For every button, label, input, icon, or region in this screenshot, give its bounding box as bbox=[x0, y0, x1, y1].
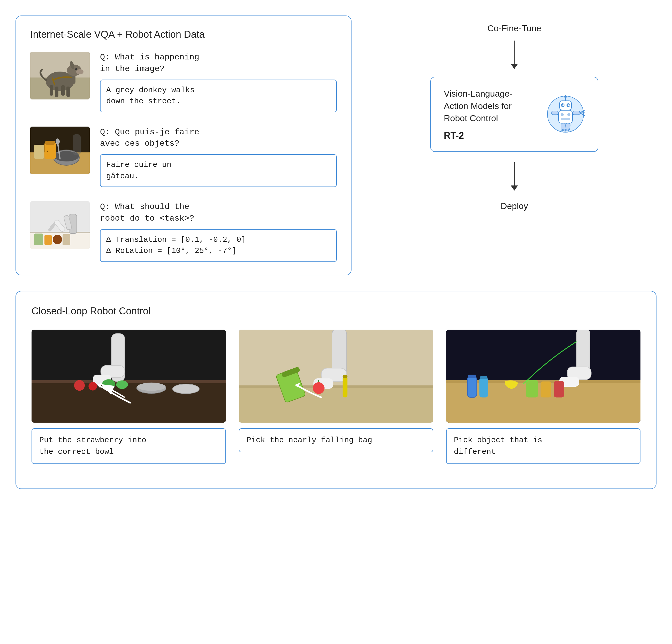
robot-img-2 bbox=[239, 330, 433, 423]
right-section: Co-Fine-Tune Vision-Language- Action Mod… bbox=[351, 15, 657, 215]
vqa-content-2: Q: Que puis-je faire avec ces objets? Fa… bbox=[100, 126, 337, 187]
robot-container-1: Put the strawberry into the correct bowl bbox=[32, 330, 226, 464]
svg-point-62 bbox=[88, 382, 97, 390]
vqa-question-1: Q: What is happening in the image? bbox=[100, 52, 337, 75]
main-layout: Internet-Scale VQA + Robot Action Data bbox=[15, 15, 657, 489]
vqa-question-2: Q: Que puis-je faire avec ces objets? bbox=[100, 126, 337, 150]
vqa-box-title: Internet-Scale VQA + Robot Action Data bbox=[30, 29, 337, 40]
svg-point-21 bbox=[56, 138, 60, 145]
svg-point-78 bbox=[313, 382, 324, 394]
svg-rect-71 bbox=[239, 387, 433, 423]
svg-rect-95 bbox=[554, 381, 564, 397]
svg-rect-17 bbox=[45, 141, 55, 145]
vqa-answer-3: Δ Translation = [0.1, -0.2, 0] Δ Rotatio… bbox=[100, 229, 337, 262]
svg-point-44 bbox=[561, 113, 564, 116]
arrow-head-2 bbox=[511, 185, 518, 191]
robot-img-1 bbox=[32, 330, 226, 423]
arrow-line-2 bbox=[514, 162, 515, 185]
svg-rect-32 bbox=[45, 235, 52, 245]
arrow-line-1 bbox=[514, 40, 515, 64]
deploy-group: Deploy bbox=[501, 162, 528, 215]
arrow-down-1 bbox=[511, 40, 518, 69]
svg-rect-48 bbox=[573, 111, 580, 115]
svg-rect-34 bbox=[62, 234, 70, 245]
svg-rect-57 bbox=[32, 380, 226, 383]
robot-images-row: Put the strawberry into the correct bowl bbox=[32, 330, 640, 464]
vqa-row-2: ★ Q: Que puis-je faire avec ces objets? … bbox=[30, 126, 337, 187]
svg-text:★: ★ bbox=[46, 150, 49, 153]
arrow-head-1 bbox=[511, 64, 518, 69]
svg-rect-6 bbox=[67, 86, 70, 97]
vla-box: Vision-Language- Action Models for Robot… bbox=[430, 77, 598, 152]
vla-text: Vision-Language- Action Models for Robot… bbox=[444, 88, 536, 141]
svg-point-38 bbox=[562, 104, 564, 106]
vqa-answer-2: Faire cuire un gâteau. bbox=[100, 154, 337, 187]
robot-container-3: Pick object that is different bbox=[446, 330, 640, 464]
vqa-question-3: Q: What should the robot do to <task>? bbox=[100, 201, 337, 224]
robot-caption-3: Pick object that is different bbox=[446, 428, 640, 464]
svg-point-10 bbox=[75, 68, 77, 70]
co-fine-tune-label: Co-Fine-Tune bbox=[488, 23, 541, 33]
vqa-image-donkey bbox=[30, 52, 90, 99]
svg-rect-19 bbox=[34, 145, 44, 159]
svg-point-40 bbox=[568, 104, 569, 106]
svg-rect-47 bbox=[551, 111, 559, 115]
svg-rect-80 bbox=[343, 376, 348, 397]
svg-rect-22 bbox=[73, 134, 81, 155]
svg-point-45 bbox=[567, 113, 571, 116]
vqa-row-1: Q: What is happening in the image? A gre… bbox=[30, 52, 337, 112]
vqa-row-3: Q: What should the robot do to <task>? Δ… bbox=[30, 201, 337, 262]
co-fine-tune-group: Co-Fine-Tune bbox=[488, 23, 541, 77]
svg-rect-25 bbox=[30, 232, 90, 233]
svg-point-64 bbox=[116, 380, 128, 389]
top-section: Internet-Scale VQA + Robot Action Data bbox=[15, 15, 657, 275]
svg-point-67 bbox=[173, 384, 199, 394]
svg-point-11 bbox=[76, 69, 83, 74]
svg-text:RT-2: RT-2 bbox=[562, 129, 569, 132]
svg-rect-31 bbox=[34, 233, 43, 245]
robot-control-title: Closed-Loop Robot Control bbox=[32, 306, 640, 317]
deploy-label: Deploy bbox=[501, 201, 528, 211]
deploy-section: Deploy bbox=[501, 162, 528, 215]
vqa-answer-1: A grey donkey walks down the street. bbox=[100, 80, 337, 112]
svg-rect-46 bbox=[561, 118, 570, 120]
svg-rect-91 bbox=[479, 377, 488, 397]
svg-rect-4 bbox=[55, 86, 58, 97]
svg-point-66 bbox=[137, 383, 165, 391]
vqa-content-1: Q: What is happening in the image? A gre… bbox=[100, 52, 337, 112]
svg-rect-72 bbox=[239, 386, 433, 388]
robot-control-box: Closed-Loop Robot Control bbox=[15, 291, 657, 489]
vqa-image-robot bbox=[30, 201, 90, 249]
svg-rect-43 bbox=[559, 110, 573, 123]
svg-point-33 bbox=[53, 235, 62, 244]
robot-caption-1: Put the strawberry into the correct bowl bbox=[32, 428, 226, 464]
vla-model-name: RT-2 bbox=[444, 130, 536, 141]
svg-rect-3 bbox=[50, 85, 53, 96]
svg-rect-90 bbox=[468, 375, 476, 378]
svg-rect-94 bbox=[541, 381, 551, 397]
arrow-down-2 bbox=[511, 162, 518, 191]
vla-title: Vision-Language- Action Models for Robot… bbox=[444, 88, 536, 124]
robot-img-3 bbox=[446, 330, 640, 423]
robot-container-2: Pick the nearly falling bag bbox=[239, 330, 433, 464]
svg-rect-5 bbox=[61, 85, 65, 96]
svg-rect-89 bbox=[467, 376, 477, 397]
robot-illustration: RT-2 bbox=[541, 94, 587, 135]
robot-caption-2: Pick the nearly falling bag bbox=[239, 428, 433, 452]
svg-point-42 bbox=[564, 95, 567, 98]
svg-point-61 bbox=[74, 380, 85, 391]
svg-rect-92 bbox=[480, 376, 488, 379]
vqa-image-kitchen: ★ bbox=[30, 126, 90, 174]
svg-rect-81 bbox=[343, 375, 348, 378]
vqa-box: Internet-Scale VQA + Robot Action Data bbox=[15, 15, 351, 275]
vqa-content-3: Q: What should the robot do to <task>? Δ… bbox=[100, 201, 337, 262]
svg-rect-93 bbox=[526, 380, 538, 397]
